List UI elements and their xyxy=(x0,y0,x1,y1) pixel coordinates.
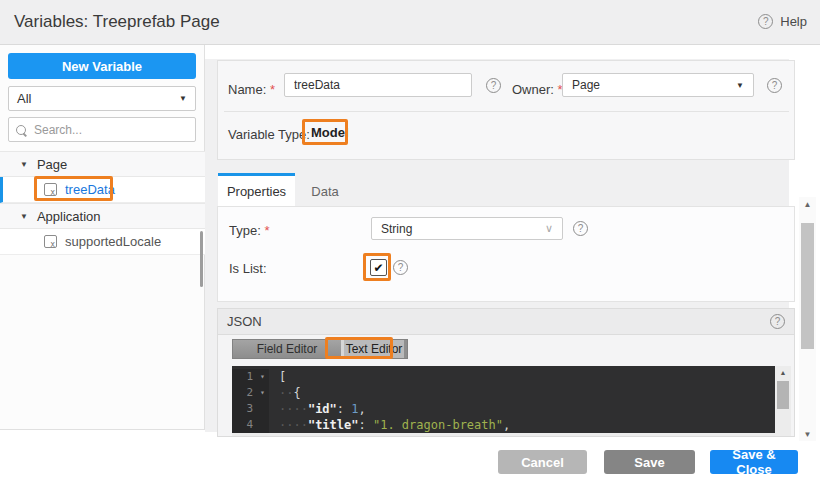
variable-filter-select[interactable]: All ▼ xyxy=(8,86,196,111)
is-list-label: Is List: xyxy=(229,261,267,276)
tab-data[interactable]: Data xyxy=(295,176,355,207)
type-select-value: String xyxy=(381,222,412,236)
chevron-down-icon: ▼ xyxy=(736,81,744,90)
chevron-down-icon: ∨ xyxy=(545,223,553,234)
variable-header-panel: Name: * ? Owner: * Page ▼ ? Variable Typ… xyxy=(217,60,795,160)
sidebar-scrollbar-thumb[interactable] xyxy=(200,231,203,287)
code-line: 4····"title": "1. dragon-breath", xyxy=(232,417,778,433)
name-field[interactable] xyxy=(284,73,472,97)
json-panel-header: JSON ? xyxy=(218,309,794,335)
save-and-close-button[interactable]: Save & Close xyxy=(710,450,798,474)
tree-section-page-label: Page xyxy=(37,157,67,172)
search-box[interactable] xyxy=(8,117,196,142)
chevron-down-icon: ▼ xyxy=(179,94,187,103)
help-question-icon[interactable]: ? xyxy=(758,14,773,29)
new-variable-button[interactable]: New Variable xyxy=(8,53,196,79)
is-list-checkbox[interactable]: ✔ xyxy=(370,259,387,276)
search-icon xyxy=(16,125,26,135)
tree-section-application[interactable]: ▼ Application xyxy=(0,203,205,229)
type-select[interactable]: String ∨ xyxy=(371,217,563,240)
name-label: Name: * xyxy=(228,82,275,97)
properties-panel: Type: * String ∨ ? Is List: ✔ ? xyxy=(217,206,795,302)
variables-dialog: Variables: Treeprefab Page ? Help New Va… xyxy=(0,0,820,490)
triangle-down-icon: ▼ xyxy=(20,212,28,221)
owner-help-icon[interactable]: ? xyxy=(767,78,782,93)
editor-mode-toggle: Field Editor Text Editor xyxy=(232,339,408,359)
owner-select[interactable]: Page ▼ xyxy=(562,73,754,97)
variable-filter-value: All xyxy=(17,91,31,106)
search-input[interactable] xyxy=(32,122,182,138)
cancel-button[interactable]: Cancel xyxy=(498,450,587,474)
panel-divider xyxy=(224,111,789,112)
dialog-header: Variables: Treeprefab Page ? Help xyxy=(0,0,820,45)
name-help-icon[interactable]: ? xyxy=(486,78,501,93)
variable-icon: x xyxy=(44,235,57,248)
code-line: 1▾[ xyxy=(232,369,778,385)
is-list-help-icon[interactable]: ? xyxy=(393,260,408,275)
required-asterisk: * xyxy=(270,82,275,97)
editor-horizontal-scrollbar[interactable] xyxy=(232,433,778,437)
editor-vertical-scrollbar[interactable]: ▲ xyxy=(775,366,791,437)
triangle-down-icon: ▼ xyxy=(20,160,28,169)
owner-label: Owner: * xyxy=(512,82,563,97)
json-help-icon[interactable]: ? xyxy=(770,314,785,329)
sidebar-item-supportedlocale-label: supportedLocale xyxy=(65,234,161,249)
editor-scrollbar-thumb[interactable] xyxy=(777,381,789,409)
field-editor-tab[interactable]: Field Editor xyxy=(233,340,341,358)
scroll-up-icon[interactable]: ▲ xyxy=(799,197,816,211)
check-icon: ✔ xyxy=(373,261,383,275)
variable-icon: x xyxy=(44,183,57,196)
variable-type-value: Model xyxy=(311,125,349,140)
variable-type-label: Variable Type: xyxy=(228,127,310,142)
save-button[interactable]: Save xyxy=(604,450,695,474)
type-help-icon[interactable]: ? xyxy=(573,221,588,236)
tab-properties[interactable]: Properties xyxy=(218,173,295,207)
help-label[interactable]: Help xyxy=(780,14,807,29)
code-line: 2▾··{ xyxy=(232,385,778,401)
sidebar-item-treedata[interactable]: x treeData xyxy=(0,177,205,203)
tree-section-page[interactable]: ▼ Page xyxy=(0,151,205,177)
page-title: Variables: Treeprefab Page xyxy=(14,12,220,32)
code-line: 3····"id": 1, xyxy=(232,401,778,417)
sidebar-item-supportedlocale[interactable]: x supportedLocale xyxy=(0,229,205,255)
type-label: Type: * xyxy=(229,223,269,238)
json-code-editor[interactable]: 1▾[2▾··{3····"id": 1,4····"title": "1. d… xyxy=(232,366,778,433)
variables-sidebar: New Variable All ▼ ▼ Page x treeData ▼ A… xyxy=(0,45,205,430)
scroll-up-icon[interactable]: ▲ xyxy=(775,366,791,379)
owner-select-value: Page xyxy=(572,78,600,92)
text-editor-tab[interactable]: Text Editor xyxy=(344,340,404,358)
tree-section-application-label: Application xyxy=(37,209,101,224)
help-link[interactable]: ? Help xyxy=(758,14,807,29)
json-panel: JSON ? Field Editor Text Editor 1▾[2▾··{… xyxy=(217,308,795,437)
scroll-down-icon[interactable]: ▼ xyxy=(799,427,816,441)
sidebar-item-treedata-label: treeData xyxy=(65,182,115,197)
main-scrollbar-thumb[interactable] xyxy=(801,223,814,349)
required-asterisk: * xyxy=(264,223,269,238)
dialog-footer: Cancel Save Save & Close xyxy=(0,443,820,490)
main-vertical-scrollbar[interactable]: ▲ ▼ xyxy=(799,197,816,441)
json-title: JSON xyxy=(227,314,262,329)
